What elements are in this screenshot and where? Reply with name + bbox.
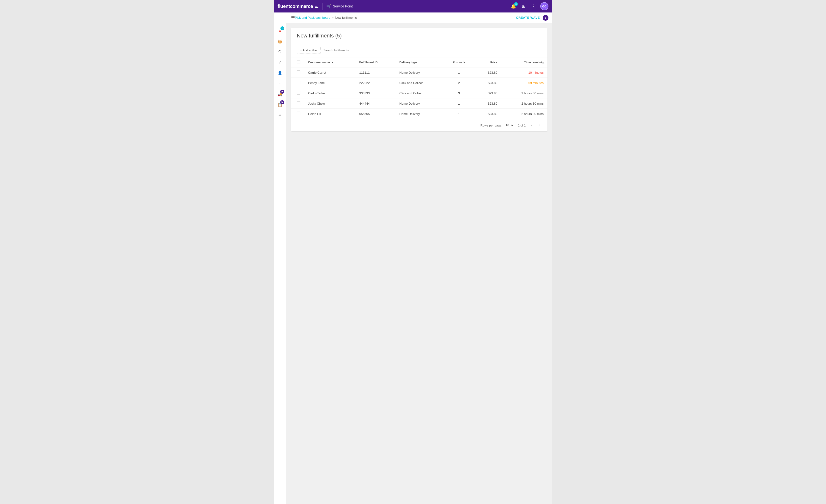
- row-delivery-type: Click and Collect: [396, 88, 443, 99]
- sort-asc-icon: ▼: [332, 62, 334, 64]
- add-filter-button[interactable]: + Add a filter: [297, 47, 320, 54]
- row-price: $23.80: [474, 109, 501, 119]
- notification-badge: 3: [514, 2, 518, 6]
- hamburger-button[interactable]: ☰: [289, 14, 297, 21]
- returns-icon: ↩: [279, 113, 281, 117]
- row-checkbox-cell: [291, 88, 304, 99]
- page-total: 1: [524, 124, 526, 127]
- row-customer-name: Penny Lane: [304, 78, 355, 88]
- th-customer-name: Customer name ▼: [304, 58, 355, 67]
- select-all-checkbox[interactable]: [297, 60, 300, 64]
- sidebar-badge-delivery: 10: [280, 90, 284, 93]
- row-products: 1: [444, 99, 475, 109]
- row-fulfillment-id: 333333: [355, 88, 396, 99]
- nav-right: 🔔 3 ⊞ ⋮ GJ: [510, 2, 548, 10]
- sidebar-badge-orders: 10: [280, 100, 284, 104]
- row-checkbox[interactable]: [297, 81, 300, 84]
- logo: fluentcommerce: [278, 4, 318, 9]
- chevron-up-icon: ▲: [282, 27, 284, 29]
- breadcrumb-link-dashboard[interactable]: Pick and Pack dashboard: [295, 16, 330, 19]
- page-card: New fulfillments (5) + Add a filter: [291, 28, 547, 131]
- page-title: New fulfillments (5): [297, 33, 542, 39]
- service-point-label: Service Point: [333, 4, 353, 8]
- row-products: 1: [444, 67, 475, 78]
- row-checkbox[interactable]: [297, 101, 300, 105]
- sidebar-item-upload[interactable]: ↑: [275, 79, 285, 88]
- row-checkbox[interactable]: [297, 112, 300, 115]
- row-customer-name: Carlo Carlos: [304, 88, 355, 99]
- row-fulfillment-id: 111111: [355, 67, 396, 78]
- sidebar-item-delivery[interactable]: 🚚 10: [275, 89, 285, 99]
- table-row: Helen Hill 555555 Home Delivery 1 $23.80…: [291, 109, 547, 119]
- notifications-button[interactable]: 🔔 3: [510, 3, 517, 10]
- grid-button[interactable]: ⊞: [521, 3, 526, 10]
- avatar-button[interactable]: GJ: [540, 2, 548, 10]
- row-checkbox[interactable]: [297, 91, 300, 94]
- breadcrumb: Pick and Pack dashboard > New fulfillmen…: [295, 16, 357, 19]
- sidebar-item-clock[interactable]: ⏱: [275, 47, 285, 57]
- more-icon: ⋮: [531, 4, 535, 9]
- sidebar: 🔺 7 ▲ 🧺 ⏱ ✓ 👤 ↑: [274, 23, 286, 504]
- page-current: 1: [518, 124, 520, 127]
- sidebar-item-returns[interactable]: ↩: [275, 110, 285, 120]
- page-info: 1 of 1: [518, 124, 526, 127]
- row-time-remaining: 2 hours 30 mins: [501, 99, 547, 109]
- row-delivery-type: Home Delivery: [396, 99, 443, 109]
- row-products: 1: [444, 109, 475, 119]
- filter-row: + Add a filter: [291, 43, 547, 58]
- row-price: $23.80: [474, 88, 501, 99]
- rows-per-page-select[interactable]: 10 25 50: [504, 123, 514, 128]
- row-customer-name: Jacky Chow: [304, 99, 355, 109]
- search-input[interactable]: [323, 49, 542, 52]
- row-checkbox[interactable]: [297, 70, 300, 74]
- table-body: Carrie Carrot 111111 Home Delivery 1 $23…: [291, 67, 547, 119]
- breadcrumb-left: ☰ Pick and Pack dashboard > New fulfillm…: [287, 16, 357, 19]
- check-icon: ✓: [278, 60, 281, 65]
- breadcrumb-bar: ☰ Pick and Pack dashboard > New fulfillm…: [274, 12, 552, 23]
- table-row: Carrie Carrot 111111 Home Delivery 1 $23…: [291, 67, 547, 78]
- sidebar-item-fulfillments[interactable]: 🔺 7 ▲: [275, 26, 285, 36]
- rows-per-page: Rows per page: 10 25 50: [480, 123, 514, 128]
- row-fulfillment-id: 222222: [355, 78, 396, 88]
- next-page-button[interactable]: ›: [538, 122, 542, 128]
- row-time-remaining: 2 hours 30 mins: [501, 88, 547, 99]
- row-checkbox-cell: [291, 78, 304, 88]
- pagination-row: Rows per page: 10 25 50 1 of 1 ‹ ›: [291, 119, 547, 131]
- clock-icon: ⏱: [278, 50, 282, 54]
- sidebar-item-orders[interactable]: 📋 10: [275, 100, 285, 110]
- th-price: Price: [474, 58, 501, 67]
- row-customer-name: Carrie Carrot: [304, 67, 355, 78]
- more-button[interactable]: ⋮: [530, 3, 536, 10]
- create-wave-button[interactable]: CREATE WAVE: [516, 16, 540, 19]
- logo-line-3: [315, 7, 318, 8]
- sidebar-item-user[interactable]: 👤: [275, 68, 285, 78]
- page-header: New fulfillments (5): [291, 28, 547, 43]
- row-delivery-type: Home Delivery: [396, 67, 443, 78]
- row-price: $23.80: [474, 78, 501, 88]
- row-products: 2: [444, 78, 475, 88]
- row-time-remaining: 10 minutes: [501, 67, 547, 78]
- th-delivery-type: Delivery type: [396, 58, 443, 67]
- row-fulfillment-id: 555555: [355, 109, 396, 119]
- logo-lines: [315, 5, 318, 8]
- table-row: Carlo Carlos 333333 Click and Collect 3 …: [291, 88, 547, 99]
- row-products: 3: [444, 88, 475, 99]
- upload-icon: ↑: [279, 82, 281, 85]
- row-price: $23.80: [474, 99, 501, 109]
- th-fulfillment-id: Fulfillment ID: [355, 58, 396, 67]
- rows-per-page-label: Rows per page:: [480, 124, 502, 127]
- sidebar-item-tasks[interactable]: ✓: [275, 58, 285, 67]
- row-fulfillment-id: 444444: [355, 99, 396, 109]
- row-time-remaining: 59 minutes: [501, 78, 547, 88]
- avatar-initials: GJ: [542, 5, 546, 8]
- row-customer-name: Helen Hill: [304, 109, 355, 119]
- nav-divider: [322, 3, 322, 10]
- sidebar-item-favorites[interactable]: 🧺: [275, 37, 285, 46]
- row-delivery-type: Click and Collect: [396, 78, 443, 88]
- basket-icon: 🧺: [278, 39, 282, 44]
- nav-left: fluentcommerce 🛒 Service Point: [278, 3, 353, 10]
- logo-line-2: [315, 6, 317, 6]
- page-of: of: [521, 124, 524, 127]
- th-checkbox: [291, 58, 304, 67]
- prev-page-button[interactable]: ‹: [529, 122, 534, 128]
